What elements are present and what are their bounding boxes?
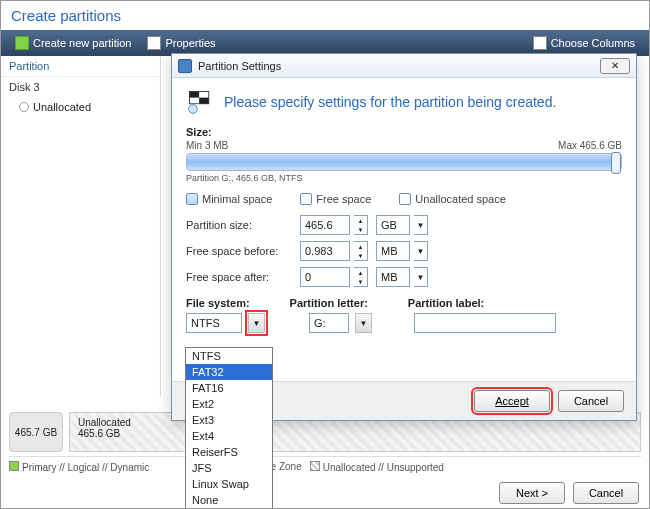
size-label: Size: xyxy=(186,126,622,138)
partition-size-label: Partition size: xyxy=(186,219,296,231)
legend-bar: Primary // Logical // Dynamic re Zone Un… xyxy=(9,456,641,476)
disk-total-size: 465.7 GB xyxy=(15,427,57,438)
plus-icon xyxy=(15,36,29,50)
partition-label-input[interactable] xyxy=(414,313,556,333)
partition-sidebar: Partition Disk 3 Unallocated xyxy=(1,56,161,396)
fs-option-ntfs[interactable]: NTFS xyxy=(186,348,272,364)
circle-icon xyxy=(19,102,29,112)
dialog-title: Partition Settings xyxy=(198,60,281,72)
size-min: Min 3 MB xyxy=(186,140,228,151)
size-slider[interactable] xyxy=(186,153,622,171)
file-system-dropdown-list[interactable]: NTFS FAT32 FAT16 Ext2 Ext3 Ext4 ReiserFS… xyxy=(185,347,273,509)
fs-option-ext2[interactable]: Ext2 xyxy=(186,396,272,412)
sidebar-disk-label[interactable]: Disk 3 xyxy=(1,77,160,97)
dialog-titlebar[interactable]: Partition Settings ✕ xyxy=(172,54,636,78)
svg-point-3 xyxy=(189,105,198,114)
legend-unalloc: Unallocated // Unsupported xyxy=(323,462,444,473)
partition-size-input[interactable]: 465.6 xyxy=(300,215,350,235)
free-after-label: Free space after: xyxy=(186,271,296,283)
chk-minimal[interactable]: Minimal space xyxy=(186,193,272,205)
sidebar-item-label: Unallocated xyxy=(33,101,91,113)
free-after-spinner[interactable]: ▲▼ xyxy=(354,267,368,287)
checkbox-icon xyxy=(399,193,411,205)
fs-option-none[interactable]: None xyxy=(186,492,272,508)
dialog-cancel-button[interactable]: Cancel xyxy=(558,390,624,412)
chevron-down-icon[interactable]: ▼ xyxy=(354,277,367,286)
slider-caption: Partition G:, 465.6 GB, NTFS xyxy=(186,173,622,183)
unit-dropdown[interactable]: ▼ xyxy=(414,241,428,261)
free-before-input[interactable]: 0.983 xyxy=(300,241,350,261)
checkbox-icon xyxy=(300,193,312,205)
free-before-unit[interactable]: MB xyxy=(376,241,410,261)
partition-size-spinner[interactable]: ▲▼ xyxy=(354,215,368,235)
partition-letter-label: Partition letter: xyxy=(290,297,368,309)
svg-rect-1 xyxy=(190,92,200,98)
fs-option-jfs[interactable]: JFS xyxy=(186,460,272,476)
fs-option-reiserfs[interactable]: ReiserFS xyxy=(186,444,272,460)
disk-icon-box[interactable]: 465.7 GB xyxy=(9,412,63,452)
alloc-size: 465.6 GB xyxy=(78,428,632,439)
chk-unalloc-label: Unallocated space xyxy=(415,193,506,205)
accept-button[interactable]: Accept xyxy=(474,390,550,412)
fs-option-ext3[interactable]: Ext3 xyxy=(186,412,272,428)
free-after-input[interactable]: 0 xyxy=(300,267,350,287)
chevron-down-icon[interactable]: ▼ xyxy=(354,225,367,234)
chevron-down-icon[interactable]: ▼ xyxy=(354,251,367,260)
chk-unalloc[interactable]: Unallocated space xyxy=(399,193,506,205)
chk-minimal-label: Minimal space xyxy=(202,193,272,205)
sidebar-header: Partition xyxy=(1,56,160,77)
choose-columns-button[interactable]: Choose Columns xyxy=(525,34,643,52)
properties-button[interactable]: Properties xyxy=(139,34,223,52)
fs-option-fat32[interactable]: FAT32 xyxy=(186,364,272,380)
sidebar-item-unallocated[interactable]: Unallocated xyxy=(1,97,160,117)
flag-icon xyxy=(186,88,214,116)
file-system-label: File system: xyxy=(186,297,250,309)
partition-letter-dropdown-button[interactable]: ▼ xyxy=(355,313,372,333)
page-icon xyxy=(147,36,161,50)
choose-columns-label: Choose Columns xyxy=(551,37,635,49)
dialog-close-button[interactable]: ✕ xyxy=(600,58,630,74)
size-max: Max 465.6 GB xyxy=(558,140,622,151)
create-partition-button[interactable]: Create new partition xyxy=(7,34,139,52)
svg-rect-2 xyxy=(199,98,209,104)
legend-primary: Primary // Logical // Dynamic xyxy=(22,462,149,473)
next-button[interactable]: Next > xyxy=(499,482,565,504)
fs-option-ext4[interactable]: Ext4 xyxy=(186,428,272,444)
partition-label-label: Partition label: xyxy=(408,297,484,309)
legend-primary-icon xyxy=(9,461,19,471)
partition-size-unit[interactable]: GB xyxy=(376,215,410,235)
legend-unalloc-icon xyxy=(310,461,320,471)
dialog-prompt: Please specify settings for the partitio… xyxy=(224,94,556,110)
fs-option-linuxswap[interactable]: Linux Swap xyxy=(186,476,272,492)
partition-letter-combo[interactable]: G: xyxy=(309,313,349,333)
file-system-combo[interactable]: NTFS xyxy=(186,313,242,333)
chevron-up-icon[interactable]: ▲ xyxy=(354,242,367,251)
fs-option-fat16[interactable]: FAT16 xyxy=(186,380,272,396)
chk-free-label: Free space xyxy=(316,193,371,205)
create-partition-label: Create new partition xyxy=(33,37,131,49)
chk-free[interactable]: Free space xyxy=(300,193,371,205)
wizard-footer: Next > Cancel xyxy=(499,482,639,504)
window-title: Create partitions xyxy=(1,1,649,30)
properties-label: Properties xyxy=(165,37,215,49)
app-icon xyxy=(178,59,192,73)
unit-dropdown[interactable]: ▼ xyxy=(414,267,428,287)
free-before-label: Free space before: xyxy=(186,245,296,257)
columns-icon xyxy=(533,36,547,50)
unit-dropdown[interactable]: ▼ xyxy=(414,215,428,235)
chevron-up-icon[interactable]: ▲ xyxy=(354,216,367,225)
chevron-up-icon[interactable]: ▲ xyxy=(354,268,367,277)
file-system-dropdown-button[interactable]: ▼ xyxy=(248,313,265,333)
free-before-spinner[interactable]: ▲▼ xyxy=(354,241,368,261)
cancel-button[interactable]: Cancel xyxy=(573,482,639,504)
free-after-unit[interactable]: MB xyxy=(376,267,410,287)
slider-handle[interactable] xyxy=(611,152,621,174)
checkbox-icon xyxy=(186,193,198,205)
